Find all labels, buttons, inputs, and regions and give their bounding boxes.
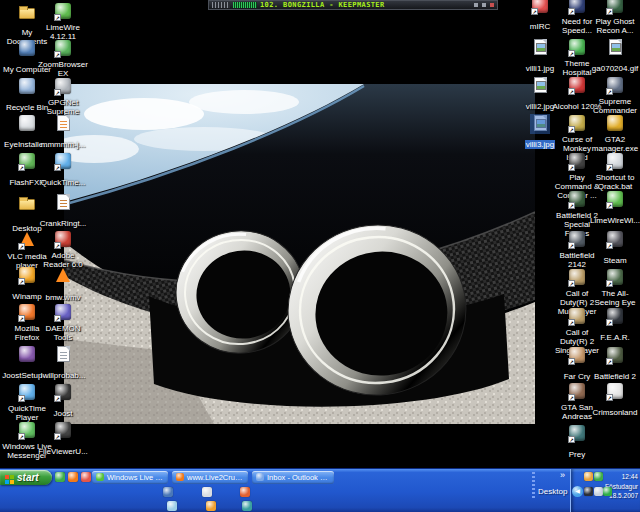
desktop-icon-label: mmmmm-j... — [40, 140, 86, 149]
quicklaunch-icon-7[interactable] — [167, 501, 177, 511]
desktop-icon-crimsonland[interactable]: ↗Crimsonland — [589, 382, 640, 419]
shortcut-arrow-icon: ↗ — [568, 8, 575, 15]
image-thumbnail — [612, 44, 620, 51]
task-button-label: Windows Live Messen... — [107, 473, 168, 482]
desktop-icon-bmw-wmv[interactable]: bmw.wmv — [37, 266, 89, 304]
shortcut-arrow-icon: ↗ — [606, 319, 613, 326]
desktop-icon-ga070204-gif[interactable]: ga070204.gif — [589, 38, 640, 75]
desktop-icon-prey[interactable]: ↗Prey — [551, 424, 603, 461]
far-cry-icon: ↗ — [568, 347, 586, 365]
task-button-www-live2cruise-co[interactable]: www.Live2Cruise.co... — [172, 471, 248, 484]
desktop-icon-gpgnet-supreme[interactable]: ↗GPGNet Supreme — [37, 77, 89, 118]
desktop-icon-supreme-commander[interactable]: ↗Supreme Commander — [589, 76, 640, 117]
desktop-icon-adobe-reader-6-0[interactable]: ↗Adobe Reader 6.0 — [37, 230, 89, 271]
start-button[interactable]: start — [0, 470, 52, 485]
desktop-icon-limewire-4-12-11[interactable]: ↗LimeWire 4.12.11 — [37, 2, 89, 43]
desktop-icon-iwillprobab[interactable]: Iwillprobab... — [37, 345, 89, 382]
desktop-icon-the-all-seeing-eye[interactable]: ↗The All-Seeing Eye — [589, 268, 640, 309]
desktop-icon-joost[interactable]: ↗Joost — [37, 383, 89, 420]
quicklaunch-icon-9[interactable] — [242, 501, 252, 511]
shortcut-to-qrack-bat-icon: ↗ — [606, 153, 624, 171]
image-thumbnail — [537, 120, 545, 127]
windows-flag-icon — [5, 475, 9, 479]
image-file-icon — [534, 39, 547, 55]
desktop-icon-gta2-manager-exe[interactable]: GTA2 manager.exe — [589, 114, 640, 155]
alcohol-120-icon: ↗ — [568, 77, 586, 95]
desktop-icon-crankringt[interactable]: CrankRingt... — [37, 193, 89, 230]
app-glyph-icon — [19, 40, 35, 56]
tray-messenger-icon[interactable] — [584, 487, 593, 496]
quicklaunch-camera-icon[interactable] — [163, 487, 173, 497]
hide-icons-chevron[interactable]: ◀ — [572, 486, 583, 497]
image-file-icon — [609, 39, 622, 55]
desktop-icon-steam[interactable]: ↗Steam — [589, 230, 640, 267]
crimsonland-icon: ↗ — [606, 383, 624, 401]
document-icon — [57, 346, 70, 362]
battlefield-2142-icon: ↗ — [568, 231, 586, 249]
quicklaunch-icon-5[interactable] — [202, 487, 212, 497]
toolbar-grip-handle[interactable] — [532, 472, 535, 498]
gta2-manager-exe-icon — [606, 115, 624, 133]
winamp-controls-icon[interactable] — [212, 2, 230, 8]
image-thumbnail — [537, 82, 545, 89]
desktop-icon-label: Far Cry — [563, 372, 592, 381]
shortcut-arrow-icon: ↗ — [606, 88, 613, 95]
desktop-icon-limewirewi[interactable]: ↗LimeWireWi... — [589, 190, 640, 227]
tray-icon-2[interactable] — [594, 472, 603, 481]
desktop-icon-label: CrankRingt... — [39, 219, 88, 228]
winamp-shade-button[interactable] — [474, 3, 478, 7]
desktop-icon-label: F.E.A.R. — [599, 333, 630, 342]
shortcut-arrow-icon: ↗ — [606, 164, 613, 171]
my-documents-icon — [18, 8, 36, 26]
quicklaunch-icon-8[interactable] — [206, 501, 216, 511]
desktop-icon — [18, 199, 36, 217]
task-button-windows-live-messen[interactable]: Windows Live Messen... — [92, 471, 168, 484]
f-e-a-r-icon: ↗ — [606, 308, 624, 326]
winamp-close-button[interactable] — [490, 3, 494, 7]
toolbar-overflow-chevron[interactable]: » — [560, 470, 565, 480]
desktop-icon-f-e-a-r[interactable]: ↗F.E.A.R. — [589, 307, 640, 344]
battlefield-2-icon: ↗ — [606, 347, 624, 365]
limewire-4-12-11-icon: ↗ — [54, 3, 72, 21]
quicklaunch-icon-6[interactable] — [240, 487, 250, 497]
zoombrowser-ex-icon: ↗ — [54, 40, 72, 58]
shortcut-arrow-icon: ↗ — [54, 395, 61, 402]
document-icon — [57, 115, 70, 131]
desktop-icon-filevieweru[interactable]: ↗FileViewerU... — [37, 421, 89, 458]
tray-icon-1[interactable] — [584, 472, 593, 481]
desktop-icon-battlefield-2[interactable]: ↗Battlefield 2 — [589, 346, 640, 383]
document-lines — [60, 200, 67, 208]
desktop-icon-zoombrowser-ex[interactable]: ↗ZoomBrowser EX — [37, 39, 89, 80]
desktop-icon-label: DAEMON Tools — [37, 324, 89, 342]
task-button-inbox-outlook-express[interactable]: Inbox - Outlook Express — [252, 471, 334, 484]
winamp-minimize-button[interactable] — [482, 3, 486, 7]
desktop-icon-label: LimeWireWi... — [589, 216, 640, 225]
shortcut-arrow-icon: ↗ — [606, 280, 613, 287]
desktop-icon-daemon-tools[interactable]: ↗DAEMON Tools — [37, 303, 89, 344]
taskbar: start Desktop » ◀ 12:44 Föstudagur 18.5.… — [0, 468, 640, 512]
shortcut-arrow-icon: ↗ — [54, 433, 61, 440]
app-glyph-icon — [19, 115, 35, 131]
desktop-icon-mmmmm-j[interactable]: mmmmm-j... — [37, 114, 89, 151]
windows-live-messenger-icon: ↗ — [18, 422, 36, 440]
tray-icon-4[interactable] — [594, 487, 603, 496]
desktop-icon-quicktime[interactable]: ↗QuickTime... — [37, 152, 89, 189]
start-button-label: start — [17, 472, 39, 483]
winamp-shade-bar[interactable]: 102. BONGZILLA - KEEPMASTER — [208, 0, 498, 10]
shortcut-arrow-icon: ↗ — [568, 436, 575, 443]
vlc-media-player-icon: ↗ — [18, 232, 36, 250]
quicklaunch-firefox-icon[interactable] — [68, 472, 78, 482]
desktop-icon-play-ghost-recon-a[interactable]: ↗Play Ghost Recon A... — [589, 0, 640, 37]
theme-hospital-icon: ↗ — [568, 39, 586, 57]
outlook-express-icon — [256, 473, 264, 481]
call-of-duty-r-2-multiplayer-icon: ↗ — [568, 269, 586, 287]
shortcut-arrow-icon: ↗ — [54, 164, 61, 171]
gpgnet-supreme-icon: ↗ — [54, 78, 72, 96]
shortcut-arrow-icon: ↗ — [606, 202, 613, 209]
desktop-icon-area: My DocumentsMy ComputerRecycle BinEyeIns… — [0, 0, 640, 468]
flashfxp-icon: ↗ — [18, 153, 36, 171]
tray-limewire-icon[interactable] — [603, 487, 612, 496]
quicklaunch-icon-1[interactable] — [55, 472, 65, 482]
quicklaunch-icon-3[interactable] — [81, 472, 91, 482]
desktop-icon-shortcut-to-qrack-bat[interactable]: ↗Shortcut to Qrack.bat — [589, 152, 640, 193]
